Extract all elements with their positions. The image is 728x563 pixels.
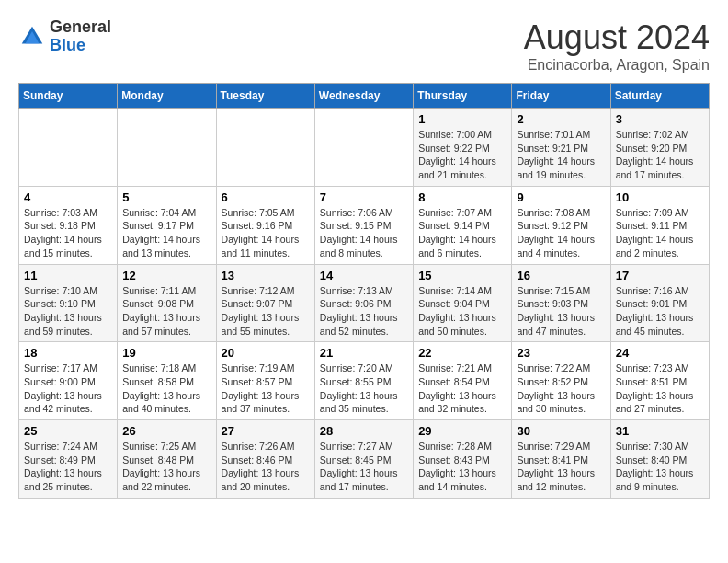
day-number: 19: [122, 346, 210, 360]
day-number: 26: [122, 424, 210, 438]
day-number: 2: [517, 112, 605, 126]
day-info: Sunrise: 7:25 AM Sunset: 8:48 PM Dayligh…: [122, 440, 210, 494]
day-number: 8: [418, 190, 506, 204]
calendar-cell: 25Sunrise: 7:24 AM Sunset: 8:49 PM Dayli…: [19, 420, 118, 499]
day-info: Sunrise: 7:28 AM Sunset: 8:43 PM Dayligh…: [418, 440, 506, 494]
calendar-cell: 15Sunrise: 7:14 AM Sunset: 9:04 PM Dayli…: [414, 264, 512, 342]
logo: General Blue: [18, 18, 111, 55]
logo-icon: [18, 23, 46, 51]
calendar-cell: 9Sunrise: 7:08 AM Sunset: 9:12 PM Daylig…: [512, 186, 610, 264]
calendar-cell: 26Sunrise: 7:25 AM Sunset: 8:48 PM Dayli…: [118, 420, 216, 499]
day-info: Sunrise: 7:05 AM Sunset: 9:16 PM Dayligh…: [222, 206, 310, 260]
day-number: 6: [222, 190, 310, 204]
calendar-cell: [216, 109, 314, 187]
calendar-table: SundayMondayTuesdayWednesdayThursdayFrid…: [18, 83, 710, 499]
header-day-saturday: Saturday: [610, 84, 709, 109]
calendar-cell: 8Sunrise: 7:07 AM Sunset: 9:14 PM Daylig…: [414, 186, 512, 264]
day-number: 13: [222, 269, 310, 282]
calendar-cell: 13Sunrise: 7:12 AM Sunset: 9:07 PM Dayli…: [216, 264, 314, 342]
day-number: 11: [24, 269, 112, 282]
day-number: 4: [24, 190, 112, 204]
calendar-week-row: 4Sunrise: 7:03 AM Sunset: 9:18 PM Daylig…: [19, 186, 710, 264]
day-number: 12: [122, 269, 210, 282]
calendar-cell: 20Sunrise: 7:19 AM Sunset: 8:57 PM Dayli…: [216, 342, 314, 420]
day-number: 18: [24, 346, 112, 360]
header-day-sunday: Sunday: [19, 84, 118, 109]
calendar-header-row: SundayMondayTuesdayWednesdayThursdayFrid…: [19, 84, 710, 109]
day-info: Sunrise: 7:13 AM Sunset: 9:06 PM Dayligh…: [320, 284, 408, 339]
calendar-cell: [314, 109, 413, 187]
day-number: 20: [222, 346, 310, 360]
header-day-wednesday: Wednesday: [314, 84, 413, 109]
day-info: Sunrise: 7:08 AM Sunset: 9:12 PM Dayligh…: [517, 206, 605, 260]
day-info: Sunrise: 7:27 AM Sunset: 8:45 PM Dayligh…: [320, 440, 408, 494]
day-number: 21: [320, 346, 408, 360]
calendar-cell: 31Sunrise: 7:30 AM Sunset: 8:40 PM Dayli…: [610, 420, 709, 499]
calendar-cell: 29Sunrise: 7:28 AM Sunset: 8:43 PM Dayli…: [414, 420, 512, 499]
day-number: 23: [517, 346, 605, 360]
day-number: 29: [418, 424, 506, 438]
day-info: Sunrise: 7:17 AM Sunset: 9:00 PM Dayligh…: [24, 362, 112, 416]
day-info: Sunrise: 7:11 AM Sunset: 9:08 PM Dayligh…: [122, 284, 210, 339]
day-number: 24: [616, 346, 704, 360]
calendar-week-row: 11Sunrise: 7:10 AM Sunset: 9:10 PM Dayli…: [19, 264, 710, 342]
day-number: 7: [320, 190, 408, 204]
day-info: Sunrise: 7:12 AM Sunset: 9:07 PM Dayligh…: [222, 284, 310, 339]
calendar-cell: 14Sunrise: 7:13 AM Sunset: 9:06 PM Dayli…: [314, 264, 413, 342]
calendar-cell: 24Sunrise: 7:23 AM Sunset: 8:51 PM Dayli…: [610, 342, 709, 420]
day-number: 5: [122, 190, 210, 204]
calendar-cell: 21Sunrise: 7:20 AM Sunset: 8:55 PM Dayli…: [314, 342, 413, 420]
day-info: Sunrise: 7:24 AM Sunset: 8:49 PM Dayligh…: [24, 440, 112, 494]
month-year-title: August 2024: [524, 18, 710, 57]
day-info: Sunrise: 7:16 AM Sunset: 9:01 PM Dayligh…: [616, 284, 704, 339]
logo-general-text: General: [50, 17, 111, 36]
calendar-week-row: 1Sunrise: 7:00 AM Sunset: 9:22 PM Daylig…: [19, 109, 710, 187]
calendar-cell: 17Sunrise: 7:16 AM Sunset: 9:01 PM Dayli…: [610, 264, 709, 342]
calendar-cell: 27Sunrise: 7:26 AM Sunset: 8:46 PM Dayli…: [216, 420, 314, 499]
calendar-week-row: 25Sunrise: 7:24 AM Sunset: 8:49 PM Dayli…: [19, 420, 710, 499]
day-number: 16: [517, 269, 605, 282]
calendar-cell: 12Sunrise: 7:11 AM Sunset: 9:08 PM Dayli…: [118, 264, 216, 342]
day-info: Sunrise: 7:26 AM Sunset: 8:46 PM Dayligh…: [222, 440, 310, 494]
day-info: Sunrise: 7:02 AM Sunset: 9:20 PM Dayligh…: [616, 128, 704, 182]
day-number: 15: [418, 269, 506, 282]
day-info: Sunrise: 7:20 AM Sunset: 8:55 PM Dayligh…: [320, 362, 408, 416]
logo-blue-text: Blue: [50, 36, 85, 54]
day-info: Sunrise: 7:23 AM Sunset: 8:51 PM Dayligh…: [616, 362, 704, 416]
calendar-cell: [19, 109, 118, 187]
day-info: Sunrise: 7:04 AM Sunset: 9:17 PM Dayligh…: [122, 206, 210, 260]
calendar-cell: 2Sunrise: 7:01 AM Sunset: 9:21 PM Daylig…: [512, 109, 610, 187]
calendar-cell: 4Sunrise: 7:03 AM Sunset: 9:18 PM Daylig…: [19, 186, 118, 264]
day-info: Sunrise: 7:15 AM Sunset: 9:03 PM Dayligh…: [517, 284, 605, 339]
page-header: General Blue August 2024 Encinacorba, Ar…: [18, 18, 710, 74]
day-info: Sunrise: 7:03 AM Sunset: 9:18 PM Dayligh…: [24, 206, 112, 260]
calendar-cell: 30Sunrise: 7:29 AM Sunset: 8:41 PM Dayli…: [512, 420, 610, 499]
day-info: Sunrise: 7:01 AM Sunset: 9:21 PM Dayligh…: [517, 128, 605, 182]
day-info: Sunrise: 7:10 AM Sunset: 9:10 PM Dayligh…: [24, 284, 112, 339]
calendar-cell: 1Sunrise: 7:00 AM Sunset: 9:22 PM Daylig…: [414, 109, 512, 187]
day-number: 30: [517, 424, 605, 438]
title-block: August 2024 Encinacorba, Aragon, Spain: [524, 18, 710, 74]
day-info: Sunrise: 7:00 AM Sunset: 9:22 PM Dayligh…: [418, 128, 506, 182]
day-number: 14: [320, 269, 408, 282]
day-info: Sunrise: 7:29 AM Sunset: 8:41 PM Dayligh…: [517, 440, 605, 494]
day-number: 9: [517, 190, 605, 204]
day-number: 10: [616, 190, 704, 204]
day-number: 31: [616, 424, 704, 438]
calendar-cell: 28Sunrise: 7:27 AM Sunset: 8:45 PM Dayli…: [314, 420, 413, 499]
location-subtitle: Encinacorba, Aragon, Spain: [524, 57, 710, 74]
calendar-cell: 18Sunrise: 7:17 AM Sunset: 9:00 PM Dayli…: [19, 342, 118, 420]
calendar-cell: 7Sunrise: 7:06 AM Sunset: 9:15 PM Daylig…: [314, 186, 413, 264]
day-number: 1: [418, 112, 506, 126]
day-info: Sunrise: 7:09 AM Sunset: 9:11 PM Dayligh…: [616, 206, 704, 260]
day-number: 27: [222, 424, 310, 438]
header-day-tuesday: Tuesday: [216, 84, 314, 109]
calendar-cell: 16Sunrise: 7:15 AM Sunset: 9:03 PM Dayli…: [512, 264, 610, 342]
day-info: Sunrise: 7:21 AM Sunset: 8:54 PM Dayligh…: [418, 362, 506, 416]
calendar-week-row: 18Sunrise: 7:17 AM Sunset: 9:00 PM Dayli…: [19, 342, 710, 420]
day-info: Sunrise: 7:30 AM Sunset: 8:40 PM Dayligh…: [616, 440, 704, 494]
calendar-cell: 11Sunrise: 7:10 AM Sunset: 9:10 PM Dayli…: [19, 264, 118, 342]
header-day-thursday: Thursday: [414, 84, 512, 109]
day-number: 3: [616, 112, 704, 126]
calendar-cell: 3Sunrise: 7:02 AM Sunset: 9:20 PM Daylig…: [610, 109, 709, 187]
